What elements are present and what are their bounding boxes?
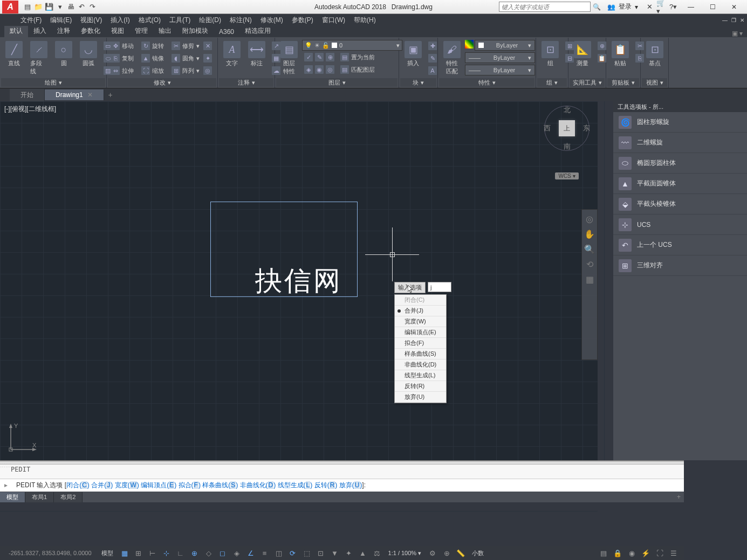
ribbon-tab-9[interactable]: 精选应用 [239, 25, 276, 37]
palette-item-7[interactable]: ⊞三维对齐 [613, 255, 747, 276]
transparency-icon[interactable]: ◫ [273, 548, 285, 558]
menu-格式[interactable]: 格式(O) [134, 14, 165, 26]
ribbon-tab-6[interactable]: 输出 [153, 25, 177, 37]
erase-icon[interactable]: ✕ [203, 42, 212, 50]
nav-pan-icon[interactable]: ✋ [584, 228, 595, 240]
palette-item-0[interactable]: 🌀圆柱形螺旋 [613, 112, 747, 133]
otrack-toggle-icon[interactable]: ∠ [245, 548, 257, 558]
base-view-button[interactable]: ⊡基点 [643, 40, 667, 68]
drawing-viewport[interactable]: [-][俯视][二维线框] 抉信网 输入选项 闭合(C)合并(J)宽度(W)编辑… [0, 101, 598, 460]
ctx-拟合(F)[interactable]: 拟合(F) [395, 338, 446, 349]
lock-ui-icon[interactable]: 🔒 [612, 548, 623, 558]
layer-iso-icon[interactable]: ◈ [304, 65, 313, 74]
ctx-样条曲线(S)[interactable]: 样条曲线(S) [395, 349, 446, 359]
ctx-非曲线化(D)[interactable]: 非曲线化(D) [395, 359, 446, 370]
menu-帮助[interactable]: 帮助(H) [349, 14, 380, 26]
layout-tab-布局2[interactable]: 布局2 [54, 492, 83, 502]
explode-icon[interactable]: ✦ [203, 54, 212, 63]
ortho-toggle-icon[interactable]: ∟ [175, 548, 187, 558]
isolate-icon[interactable]: ◉ [626, 548, 638, 558]
workspace-icon[interactable]: ⚙ [427, 548, 438, 558]
scale-icon[interactable]: ⛶ [141, 66, 150, 75]
model-space-button[interactable]: 模型 [98, 549, 116, 557]
clean-screen-icon[interactable]: ⛶ [654, 548, 666, 558]
3d-toggle-icon[interactable]: ⬚ [301, 548, 313, 558]
ribbon-tab-8[interactable]: A360 [214, 26, 239, 37]
attr-icon[interactable]: A [428, 66, 437, 75]
ctx-放弃(U)[interactable]: 放弃(U) [395, 392, 446, 403]
panel-annot-title[interactable]: 注释 ▾ [219, 78, 273, 87]
ctx-线型生成(L)[interactable]: 线型生成(L) [395, 370, 446, 381]
rotate-icon[interactable]: ↻ [141, 42, 150, 50]
panel-prop-title[interactable]: 特性 ▾ [439, 78, 534, 87]
quickprops-icon[interactable]: ▤ [598, 548, 609, 558]
palette-item-4[interactable]: ⬙平截头棱锥体 [613, 194, 747, 215]
insert-block-button[interactable]: ▣插入 [401, 40, 425, 68]
osnap-toggle-icon[interactable]: ◻ [217, 548, 229, 558]
qat-plot-icon[interactable]: 🖶 [66, 2, 76, 12]
login-button[interactable]: 登录 [619, 2, 632, 11]
help-icon[interactable]: ?▾ [668, 2, 678, 12]
lineweight-combo[interactable]: —— ByLayer▾ [465, 52, 535, 63]
ribbon-tab-3[interactable]: 参数化 [76, 25, 106, 37]
circle-button[interactable]: ○圆 [52, 40, 76, 68]
mdi-close-icon[interactable]: ✕ [738, 16, 746, 24]
dynamic-input-field[interactable] [428, 282, 451, 292]
panel-modify-title[interactable]: 修改 ▾ [108, 78, 216, 87]
measure-button[interactable]: 📐测量 [571, 40, 594, 68]
layer-combo[interactable]: 💡 ☀ 🔓 0 ▾ [302, 40, 402, 51]
qat-redo-icon[interactable]: ↷ [87, 2, 97, 12]
dimension-button[interactable]: ⟷标注 [245, 40, 269, 68]
group-button[interactable]: ⊡组 [538, 40, 562, 68]
minimize-button[interactable]: — [680, 1, 702, 13]
add-tab-button[interactable]: + [104, 91, 117, 99]
stretch-icon[interactable]: ⇔ [111, 66, 120, 75]
layout-add-button[interactable]: + [674, 493, 684, 501]
ribbon-tab-2[interactable]: 注释 [52, 25, 76, 37]
cart-icon[interactable]: 🛒▾ [656, 2, 666, 12]
color-combo[interactable]: ByLayer▾ [475, 40, 535, 51]
arc-button[interactable]: ◡圆弧 [77, 40, 100, 68]
qat-open-icon[interactable]: 📁 [33, 2, 43, 12]
coordinate-display[interactable]: -2651.9327, 8353.0498, 0.0000 [4, 550, 96, 556]
layer-make-icon[interactable]: ✓ [304, 53, 313, 61]
copy-icon[interactable]: ⎘ [111, 54, 120, 63]
polyline-button[interactable]: ⟋多段线 [27, 40, 51, 77]
text-button[interactable]: A文字 [220, 40, 244, 68]
layer-properties-button[interactable]: ▤图层 特性 [277, 40, 301, 77]
panel-draw-title[interactable]: 绘图 ▾ [1, 78, 105, 87]
ribbon-tab-4[interactable]: 视图 [106, 25, 129, 37]
panel-view-title[interactable]: 视图 ▾ [642, 78, 667, 87]
polar-toggle-icon[interactable]: ⊕ [189, 548, 201, 558]
autoscale-icon[interactable]: ⚖ [371, 548, 383, 558]
menu-绘图[interactable]: 绘图(D) [195, 14, 225, 26]
annotation-scale[interactable]: 1:1 / 100% ▾ [385, 550, 425, 557]
units-icon[interactable]: 📏 [455, 548, 467, 558]
cmd-opt-C[interactable]: 闭合(C) [66, 481, 90, 489]
close-button[interactable]: ✕ [723, 1, 745, 13]
palette-title[interactable]: 工具选项板 - 所... [613, 101, 747, 112]
units-display[interactable]: 小数 [469, 549, 487, 557]
chevron-down-icon[interactable]: ▾ [635, 3, 638, 11]
palette-item-5[interactable]: ⊹UCS [613, 215, 747, 235]
ucs-icon[interactable]: Y X [6, 421, 39, 454]
iso-toggle-icon[interactable]: ◇ [203, 548, 215, 558]
palette-item-6[interactable]: ↶上一个 UCS [613, 235, 747, 255]
menu-标注[interactable]: 标注(N) [225, 14, 256, 26]
move-icon[interactable]: ✥ [111, 42, 120, 50]
dyn-toggle-icon[interactable]: ⊹ [161, 548, 173, 558]
qat-saveas-icon[interactable]: ▾ [55, 2, 65, 12]
nav-zoom-icon[interactable]: 🔍 [584, 243, 595, 255]
ctx-合并(J)[interactable]: 合并(J) [395, 306, 446, 316]
gizmo-icon[interactable]: ✦ [343, 548, 355, 558]
view-controls-label[interactable]: [-][俯视][二维线框] [4, 105, 56, 114]
command-line[interactable]: ▸ PEDIT 输入选项 [闭合(C) 合并(J) 宽度(W) 编辑顶点(E) … [0, 479, 684, 492]
qat-save-icon[interactable]: 💾 [44, 2, 54, 12]
cycling-icon[interactable]: ⟳ [287, 548, 299, 558]
viewcube-top-face[interactable]: 上 [559, 120, 575, 136]
offset-icon[interactable]: ◎ [203, 66, 212, 75]
qat-undo-icon[interactable]: ↶ [77, 2, 86, 12]
customize-icon[interactable]: ☰ [668, 548, 680, 558]
color-icon[interactable] [465, 40, 474, 49]
create-block-icon[interactable]: ✚ [428, 42, 437, 50]
